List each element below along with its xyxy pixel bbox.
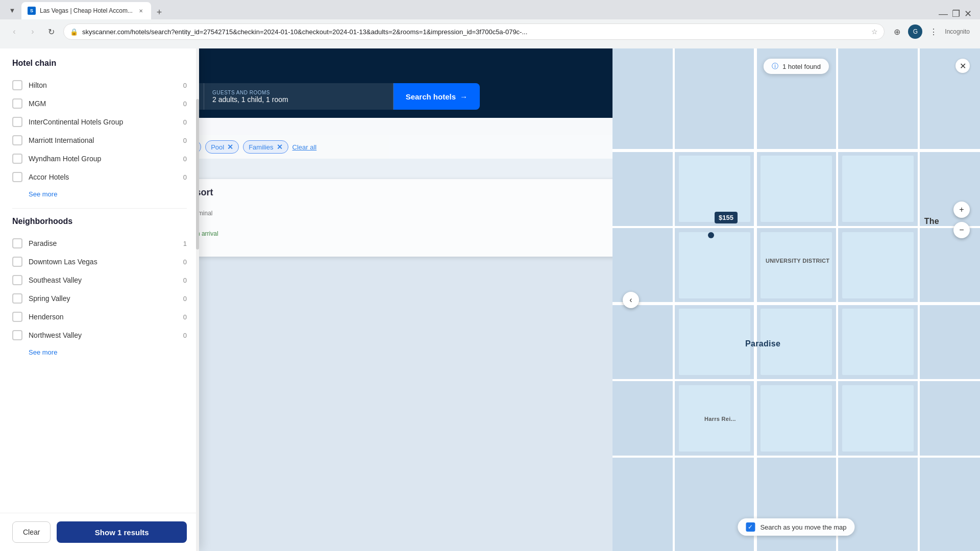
guests-field[interactable]: Guests and rooms 2 adults, 1 child, 1 ro… bbox=[204, 83, 394, 110]
accor-count: 0 bbox=[183, 173, 187, 181]
svg-rect-18 bbox=[842, 309, 914, 375]
wyndham-checkbox[interactable] bbox=[12, 154, 22, 164]
guests-value: 2 adults, 1 child, 1 room bbox=[212, 95, 385, 104]
svg-rect-12 bbox=[842, 156, 914, 222]
ihg-count: 0 bbox=[183, 118, 187, 126]
henderson-count: 0 bbox=[183, 313, 187, 321]
reload-btn[interactable]: ↻ bbox=[43, 23, 59, 40]
downtown-checkbox[interactable] bbox=[12, 257, 22, 267]
show-results-btn[interactable]: Show 1 results bbox=[57, 521, 187, 543]
neighborhood-see-more-link[interactable]: See more bbox=[29, 348, 187, 356]
filter-chip-families[interactable]: Families ✕ bbox=[243, 140, 288, 154]
harris-label: Harrs Rei... bbox=[704, 416, 736, 422]
map-close-btn[interactable]: ✕ bbox=[955, 59, 970, 73]
northwest-label: Northwest Valley bbox=[29, 331, 177, 339]
university-district-label: UNIVERSITY DISTRICT bbox=[766, 258, 829, 264]
marriott-label: Marriott International bbox=[29, 136, 177, 144]
filter-marriott[interactable]: Marriott International 0 bbox=[12, 131, 187, 149]
bookmark-icon[interactable]: ☆ bbox=[871, 28, 878, 36]
svg-rect-14 bbox=[761, 232, 832, 298]
tab-bar: ▼ S Las Vegas | Cheap Hotel Accom... ✕ +… bbox=[0, 0, 980, 19]
map-zoom-out-btn[interactable]: − bbox=[953, 222, 970, 238]
filter-chip-pool-close[interactable]: ✕ bbox=[227, 143, 233, 151]
mgm-checkbox[interactable] bbox=[12, 98, 22, 109]
incognito-label: Incognito bbox=[945, 28, 970, 35]
browser-toolbar: ‹ › ↻ 🔒 skyscanner.com/hotels/search?ent… bbox=[0, 19, 980, 44]
scroll-indicator bbox=[196, 48, 199, 551]
spring-checkbox[interactable] bbox=[12, 293, 22, 304]
search-hotels-btn[interactable]: Search hotels → bbox=[394, 83, 480, 110]
filter-ihg[interactable]: InterContinental Hotels Group 0 bbox=[12, 113, 187, 131]
browser-chrome: ▼ S Las Vegas | Cheap Hotel Accom... ✕ +… bbox=[0, 0, 980, 48]
accor-checkbox[interactable] bbox=[12, 172, 22, 182]
search-move-checkbox[interactable]: ✓ bbox=[746, 522, 755, 532]
info-icon-map: ⓘ bbox=[772, 62, 778, 71]
neighborhoods-section: Neighborhoods Paradise 1 Downtown Las Ve… bbox=[12, 217, 187, 356]
forward-btn[interactable]: › bbox=[24, 23, 41, 40]
map-marker bbox=[708, 232, 714, 238]
filter-chip-families-close[interactable]: ✕ bbox=[277, 143, 283, 151]
chain-see-more-link[interactable]: See more bbox=[29, 190, 187, 198]
spring-label: Spring Valley bbox=[29, 294, 177, 303]
filter-henderson[interactable]: Henderson 0 bbox=[12, 308, 187, 326]
close-btn[interactable]: ✕ bbox=[964, 8, 972, 19]
ihg-checkbox[interactable] bbox=[12, 117, 22, 127]
marriott-count: 0 bbox=[183, 137, 187, 144]
map-price-badge[interactable]: $155 bbox=[715, 212, 738, 223]
address-bar[interactable]: 🔒 skyscanner.com/hotels/search?entity_id… bbox=[63, 23, 885, 40]
svg-rect-21 bbox=[842, 385, 914, 452]
map-grid-svg bbox=[612, 48, 980, 551]
search-btn-label: Search hotels bbox=[406, 92, 456, 101]
guests-label: Guests and rooms bbox=[212, 90, 385, 95]
svg-rect-0 bbox=[612, 48, 980, 551]
search-arrow-icon: → bbox=[460, 92, 468, 101]
paradise-checkbox[interactable] bbox=[12, 238, 22, 248]
tab-switcher-btn[interactable]: ▼ bbox=[4, 2, 20, 18]
paradise-count: 1 bbox=[183, 240, 187, 247]
marriott-checkbox[interactable] bbox=[12, 135, 22, 145]
filter-paradise[interactable]: Paradise 1 bbox=[12, 234, 187, 253]
filter-southeast[interactable]: Southeast Valley 0 bbox=[12, 271, 187, 289]
extensions-btn[interactable]: ⊕ bbox=[889, 23, 905, 40]
menu-btn[interactable]: ⋮ bbox=[925, 23, 942, 40]
map-hotel-count: 1 hotel found bbox=[782, 63, 821, 70]
filter-downtown[interactable]: Downtown Las Vegas 0 bbox=[12, 253, 187, 271]
new-tab-btn[interactable]: + bbox=[152, 5, 166, 19]
filter-chip-pool[interactable]: Pool ✕ bbox=[205, 140, 239, 154]
profile-btn[interactable]: G bbox=[908, 24, 922, 39]
lock-icon: 🔒 bbox=[70, 28, 78, 36]
clear-filter-btn[interactable]: Clear bbox=[12, 521, 51, 543]
filter-accor[interactable]: Accor Hotels 0 bbox=[12, 168, 187, 186]
browser-actions: ⊕ G ⋮ Incognito bbox=[889, 23, 974, 40]
henderson-checkbox[interactable] bbox=[12, 312, 22, 322]
filter-wyndham[interactable]: Wyndham Hotel Group 0 bbox=[12, 149, 187, 168]
filter-panel-content[interactable]: Hotel chain Hilton 0 MGM 0 InterContinen… bbox=[0, 48, 199, 513]
accor-label: Accor Hotels bbox=[29, 173, 177, 181]
maximize-btn[interactable]: ❐ bbox=[952, 8, 960, 19]
filter-chip-families-label: Families bbox=[249, 143, 273, 151]
tab-favicon: S bbox=[28, 7, 36, 15]
map-zoom-in-btn[interactable]: + bbox=[953, 202, 970, 218]
hotel-chain-title: Hotel chain bbox=[12, 59, 187, 68]
minimize-btn[interactable]: — bbox=[939, 9, 948, 19]
spring-count: 0 bbox=[183, 295, 187, 303]
search-move-label: Search as you move the map bbox=[760, 523, 846, 531]
filter-mgm[interactable]: MGM 0 bbox=[12, 94, 187, 113]
clear-all-btn[interactable]: Clear all bbox=[292, 143, 317, 151]
filter-panel: Hotel chain Hilton 0 MGM 0 InterContinen… bbox=[0, 48, 199, 551]
southeast-checkbox[interactable] bbox=[12, 275, 22, 285]
map-price-value: $155 bbox=[719, 214, 733, 221]
northwest-count: 0 bbox=[183, 332, 187, 339]
paradise-label: Paradise bbox=[29, 239, 177, 247]
back-btn[interactable]: ‹ bbox=[6, 23, 22, 40]
filter-spring[interactable]: Spring Valley 0 bbox=[12, 289, 187, 308]
map-prev-btn[interactable]: ‹ bbox=[623, 292, 639, 308]
filter-hilton[interactable]: Hilton 0 bbox=[12, 76, 187, 94]
hilton-checkbox[interactable] bbox=[12, 80, 22, 90]
northwest-checkbox[interactable] bbox=[12, 330, 22, 340]
mgm-count: 0 bbox=[183, 100, 187, 108]
filter-panel-footer: Clear Show 1 results bbox=[0, 513, 199, 551]
active-tab[interactable]: S Las Vegas | Cheap Hotel Accom... ✕ bbox=[21, 2, 151, 19]
filter-northwest[interactable]: Northwest Valley 0 bbox=[12, 326, 187, 344]
tab-close-btn[interactable]: ✕ bbox=[137, 7, 145, 15]
